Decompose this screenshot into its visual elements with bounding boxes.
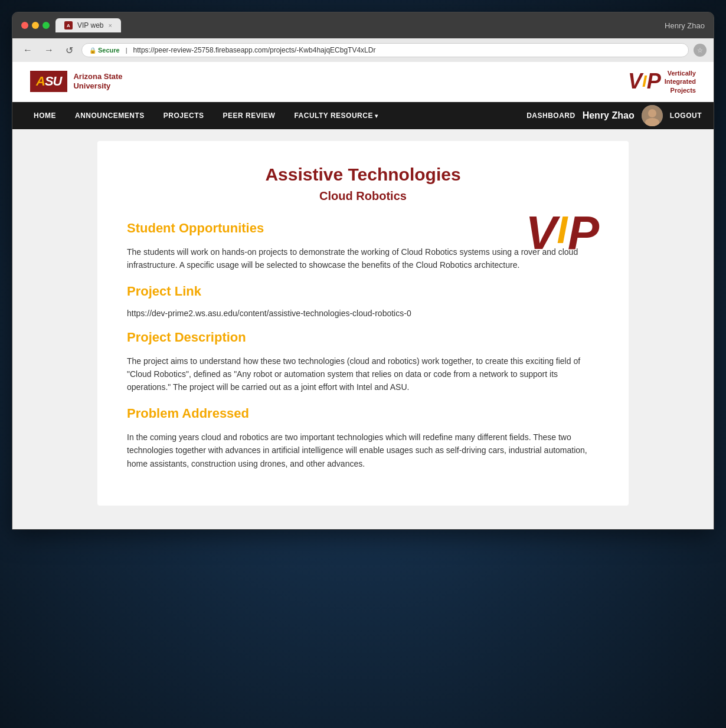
url-text: https://peer-review-25758.firebaseapp.co… xyxy=(133,46,376,54)
logout-button[interactable]: LOGOUT xyxy=(670,112,702,120)
nav-item-home[interactable]: HOME xyxy=(24,102,66,129)
close-window-button[interactable] xyxy=(21,22,28,29)
vip-tagline: Vertically Integrated Projects xyxy=(665,69,696,94)
nav-item-faculty-resource[interactable]: FACULTY RESOURCE xyxy=(284,102,387,129)
asu-university-text: Arizona State University xyxy=(67,72,122,92)
vip-logo: VIP Vertically Integrated Projects xyxy=(628,69,696,94)
tab-bar: A VIP web × xyxy=(55,18,659,32)
page-title: Assistive Technologies xyxy=(127,165,599,185)
problem-addressed-heading: Problem Addressed xyxy=(127,406,599,421)
traffic-lights xyxy=(21,22,50,29)
nav-item-projects[interactable]: PROJECTS xyxy=(154,102,214,129)
browser-toolbar: ← → ↺ Secure | https://peer-review-25758… xyxy=(12,38,714,62)
vip-logo-large: V I P xyxy=(525,206,599,260)
tab-close-button[interactable]: × xyxy=(108,22,112,29)
main-content: V I P Assistive Technologies Cloud Robot… xyxy=(12,129,714,529)
browser-titlebar: A VIP web × Henry Zhao xyxy=(12,12,714,38)
browser-tab[interactable]: A VIP web × xyxy=(55,18,121,32)
project-description-text: The project aims to understand how these… xyxy=(127,355,599,394)
tab-title: VIP web xyxy=(77,21,103,29)
project-link-url[interactable]: https://dev-prime2.ws.asu.edu/content/as… xyxy=(127,309,599,318)
asu-logo-mark: ASU xyxy=(30,71,67,92)
site-header: ASU Arizona State University VIP Vertica… xyxy=(12,62,714,102)
problem-addressed-text: In the coming years cloud and robotics a… xyxy=(127,431,599,470)
star-icon[interactable]: ☆ xyxy=(694,44,707,57)
toolbar-icons: ☆ xyxy=(694,44,707,57)
chrome-user-name: Henry Zhao xyxy=(665,21,705,30)
nav-item-peer-review[interactable]: PEER REVIEW xyxy=(214,102,285,129)
site-nav: HOME ANNOUNCEMENTS PROJECTS PEER REVIEW … xyxy=(12,102,714,129)
forward-button[interactable]: → xyxy=(41,44,57,57)
avatar-image xyxy=(642,105,663,126)
vip-logo-graphic: VIP xyxy=(628,69,661,94)
page-subtitle: Cloud Robotics xyxy=(127,189,599,203)
tab-favicon: A xyxy=(64,21,73,29)
maximize-window-button[interactable] xyxy=(42,22,50,29)
user-avatar[interactable] xyxy=(642,105,663,126)
svg-point-1 xyxy=(648,109,656,117)
refresh-button[interactable]: ↺ xyxy=(62,44,77,57)
nav-item-announcements[interactable]: ANNOUNCEMENTS xyxy=(66,102,154,129)
nav-items: HOME ANNOUNCEMENTS PROJECTS PEER REVIEW … xyxy=(24,102,526,129)
nav-right: DASHBOARD Henry Zhao LOGOUT xyxy=(526,105,702,126)
content-card: V I P Assistive Technologies Cloud Robot… xyxy=(97,141,629,506)
dashboard-button[interactable]: DASHBOARD xyxy=(526,112,575,120)
project-link-heading: Project Link xyxy=(127,284,599,299)
website-content: ASU Arizona State University VIP Vertica… xyxy=(12,62,714,529)
nav-user-name: Henry Zhao xyxy=(583,110,635,121)
asu-logo: ASU Arizona State University xyxy=(30,71,123,92)
secure-badge: Secure xyxy=(89,47,120,54)
minimize-window-button[interactable] xyxy=(32,22,39,29)
project-description-heading: Project Description xyxy=(127,330,599,345)
address-bar[interactable]: Secure | https://peer-review-25758.fireb… xyxy=(81,43,689,57)
back-button[interactable]: ← xyxy=(19,44,36,57)
